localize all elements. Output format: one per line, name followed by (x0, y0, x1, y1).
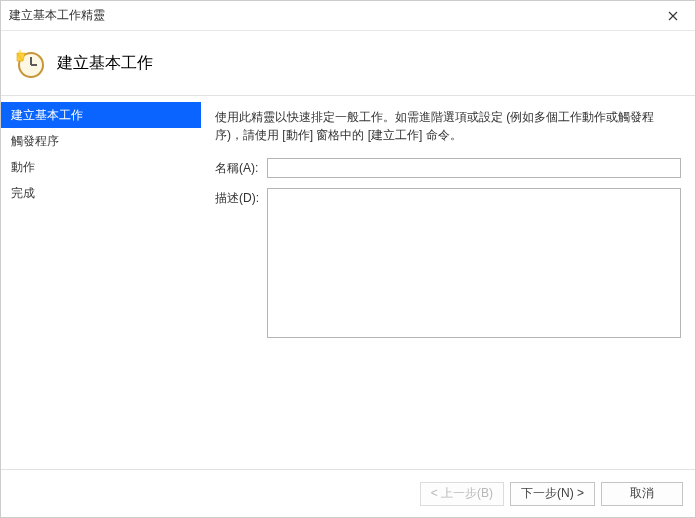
name-input[interactable] (267, 158, 681, 178)
cancel-button[interactable]: 取消 (601, 482, 683, 506)
intro-text: 使用此精靈以快速排定一般工作。如需進階選項或設定 (例如多個工作動作或觸發程序)… (215, 108, 681, 144)
close-icon (668, 11, 678, 21)
sidebar-item-create-basic-task[interactable]: 建立基本工作 (1, 102, 201, 128)
window-title: 建立基本工作精靈 (9, 7, 105, 24)
main-panel: 使用此精靈以快速排定一般工作。如需進階選項或設定 (例如多個工作動作或觸發程序)… (201, 96, 695, 469)
name-row: 名稱(A): (215, 158, 681, 178)
footer: < 上一步(B) 下一步(N) > 取消 (1, 469, 695, 517)
wizard-header: 建立基本工作 (1, 31, 695, 95)
wizard-body: 建立基本工作 觸發程序 動作 完成 使用此精靈以快速排定一般工作。如需進階選項或… (1, 96, 695, 469)
sidebar-item-action[interactable]: 動作 (1, 154, 201, 180)
sidebar-item-trigger[interactable]: 觸發程序 (1, 128, 201, 154)
description-input[interactable] (267, 188, 681, 338)
titlebar: 建立基本工作精靈 (1, 1, 695, 31)
description-label: 描述(D): (215, 188, 267, 207)
description-row: 描述(D): (215, 188, 681, 338)
task-icon (13, 47, 45, 79)
close-button[interactable] (651, 1, 695, 31)
page-title: 建立基本工作 (57, 53, 153, 74)
next-button[interactable]: 下一步(N) > (510, 482, 595, 506)
name-label: 名稱(A): (215, 158, 267, 177)
sidebar-item-finish[interactable]: 完成 (1, 180, 201, 206)
back-button: < 上一步(B) (420, 482, 504, 506)
sidebar: 建立基本工作 觸發程序 動作 完成 (1, 96, 201, 469)
